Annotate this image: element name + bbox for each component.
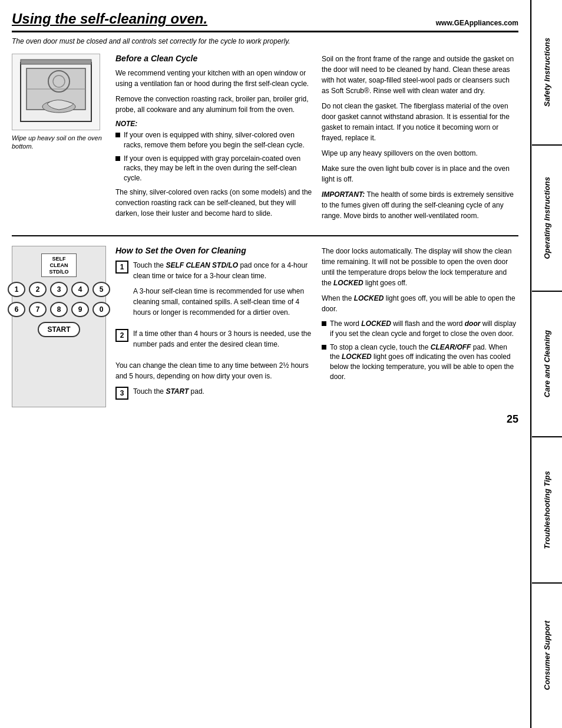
key-7[interactable]: 7 xyxy=(29,302,47,317)
right-text-column: Soil on the front frame of the range and… xyxy=(322,54,518,226)
key-8[interactable]: 8 xyxy=(50,302,68,317)
page-number-area: 25 xyxy=(12,407,518,426)
svg-rect-6 xyxy=(21,60,91,64)
page-header: Using the self-cleaning oven. www.GEAppl… xyxy=(12,11,518,32)
key-6[interactable]: 6 xyxy=(8,302,25,317)
change-time-text: You can change the clean time to any tim… xyxy=(115,360,312,381)
right-text-area: Before a Clean Cycle We recommend ventin… xyxy=(115,54,518,226)
oven-svg xyxy=(15,57,97,127)
image-caption: Wipe up heavy soil on the oven bottom. xyxy=(12,134,106,151)
sidebar-care[interactable]: Care and Cleaning xyxy=(532,292,562,437)
step-number-2: 2 xyxy=(115,329,128,342)
step-1: 1 Touch the SELF CLEAN STD/LO pad once f… xyxy=(115,260,312,322)
right-bullet-2: To stop a clean cycle, touch the CLEAR/O… xyxy=(322,342,518,382)
sidebar-troubleshooting[interactable]: Troubleshooting Tips xyxy=(532,437,562,583)
key-9[interactable]: 9 xyxy=(71,302,89,317)
self-clean-label: SELF CLEAN STD/LO xyxy=(166,261,238,269)
start-label: START xyxy=(166,387,189,396)
step-2-content: If a time other than 4 hours or 3 hours … xyxy=(133,328,312,354)
right-bullet-1: The word LOCKED will flash and the word … xyxy=(322,319,518,339)
right-para3: Wipe up any heavy spillovers on the oven… xyxy=(322,148,518,159)
how-to-set-heading: How to Set the Oven for Cleaning xyxy=(115,246,312,255)
sidebar-troubleshooting-label: Troubleshooting Tips xyxy=(543,471,552,549)
bullet-icon-3 xyxy=(322,321,326,326)
subtitle: The oven door must be closed and all con… xyxy=(12,37,518,45)
before-para3: The shiny, silver-colored oven racks (on… xyxy=(115,187,312,219)
keypad-row-2: 6 7 8 9 0 xyxy=(8,302,110,317)
bottom-section: SELFCLEANSTD/LO 1 2 3 4 5 6 7 8 9 0 STAR… xyxy=(12,246,518,407)
sidebar-consumer[interactable]: Consumer Support xyxy=(532,584,562,728)
bullet-icon-2 xyxy=(115,156,120,161)
important-label: IMPORTANT: xyxy=(322,190,365,199)
right-para4: Make sure the oven light bulb cover is i… xyxy=(322,163,518,185)
before-para2: Remove the convection roasting rack, bro… xyxy=(115,94,312,115)
sidebar-safety[interactable]: Safety Instructions xyxy=(532,0,562,146)
note-heading: NOTE: xyxy=(115,120,312,128)
note-bullet-1: If your oven is equipped with shiny, sil… xyxy=(115,130,312,150)
step-number-1: 1 xyxy=(115,261,128,274)
page-number: 25 xyxy=(507,413,518,426)
step2-text: If a time other than 4 hours or 3 hours … xyxy=(133,328,312,350)
step-3-content: Touch the START pad. xyxy=(133,386,204,401)
sidebar-operating-label: Operating Instructions xyxy=(543,177,552,259)
sidebar-care-label: Care and Cleaning xyxy=(543,330,552,397)
step-3: 3 Touch the START pad. xyxy=(115,386,312,401)
step1-sub: A 3-hour self-clean time is recommended … xyxy=(133,286,312,318)
bullet-icon-4 xyxy=(322,345,326,350)
key-1[interactable]: 1 xyxy=(8,282,25,297)
bullet-icon-1 xyxy=(115,133,120,137)
keypad-row-1: 1 2 3 4 5 xyxy=(8,282,110,297)
key-2[interactable]: 2 xyxy=(29,282,47,297)
right-steps-column: The door locks automatically. The displa… xyxy=(322,246,518,407)
right-para1: Soil on the front frame of the range and… xyxy=(322,54,518,96)
keypad-area: SELFCLEANSTD/LO 1 2 3 4 5 6 7 8 9 0 STAR… xyxy=(12,246,106,407)
top-section: Wipe up heavy soil on the oven bottom. B… xyxy=(12,54,518,236)
key-3[interactable]: 3 xyxy=(50,282,68,297)
before-cycle-heading: Before a Clean Cycle xyxy=(115,54,312,63)
steps-area: How to Set the Oven for Cleaning 1 Touch… xyxy=(115,246,312,407)
self-clean-button[interactable]: SELFCLEANSTD/LO xyxy=(41,253,77,277)
key-4[interactable]: 4 xyxy=(71,282,89,297)
key-5[interactable]: 5 xyxy=(92,282,110,297)
step-2: 2 If a time other than 4 hours or 3 hour… xyxy=(115,328,312,354)
sidebar-operating[interactable]: Operating Instructions xyxy=(532,146,562,291)
right-para5: IMPORTANT: The health of some birds is e… xyxy=(322,189,518,221)
image-area: Wipe up heavy soil on the oven bottom. xyxy=(12,54,106,226)
before-para1: We recommend venting your kitchen with a… xyxy=(115,68,312,89)
start-button[interactable]: START xyxy=(38,322,80,337)
right-para2: Do not clean the gasket. The fiberglass … xyxy=(322,101,518,143)
note-bullet-2: If your oven is equipped with gray porce… xyxy=(115,154,312,183)
right-sidebar: Safety Instructions Operating Instructio… xyxy=(531,0,562,728)
step-number-3: 3 xyxy=(115,387,128,400)
sidebar-safety-label: Safety Instructions xyxy=(543,38,552,107)
left-text-column: Before a Clean Cycle We recommend ventin… xyxy=(115,54,312,226)
page-title: Using the self-cleaning oven. xyxy=(12,11,207,27)
step-1-content: Touch the SELF CLEAN STD/LO pad once for… xyxy=(133,260,312,322)
sidebar-consumer-label: Consumer Support xyxy=(543,621,552,690)
oven-illustration xyxy=(12,54,100,130)
key-0[interactable]: 0 xyxy=(92,302,110,317)
website-url: www.GEAppliances.com xyxy=(436,19,518,27)
